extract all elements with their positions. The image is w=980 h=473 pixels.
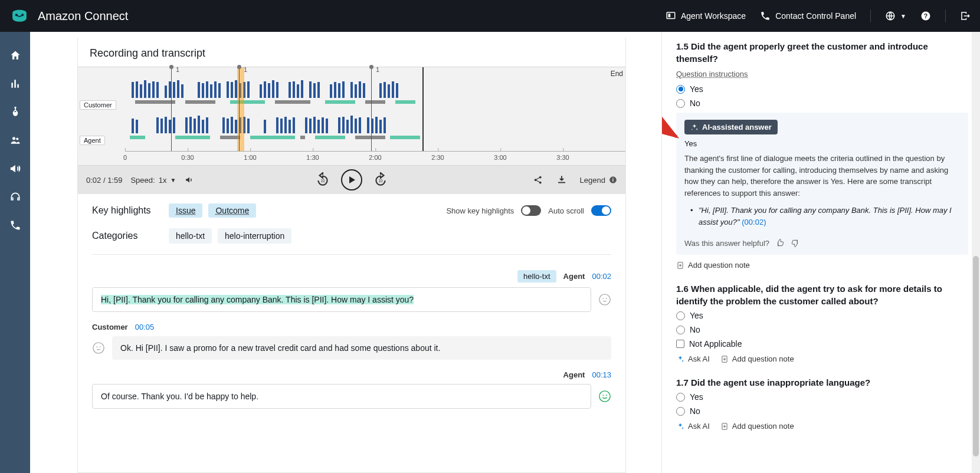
legend-button[interactable]: Legendi — [580, 176, 617, 185]
agent-track-label: Agent — [80, 136, 105, 145]
sentiment-neutral-icon — [92, 341, 105, 354]
logout-button[interactable] — [960, 11, 971, 21]
transcript-message[interactable]: Hi, [PII]. Thank you for calling any com… — [92, 287, 591, 312]
svg-point-18 — [602, 298, 604, 299]
play-button[interactable] — [341, 169, 362, 190]
thumbs-up-icon[interactable] — [775, 238, 785, 248]
users-icon[interactable] — [9, 134, 21, 146]
svg-point-20 — [93, 343, 104, 353]
transcript-message[interactable]: Ok. Hi [PII]. I saw a promo for a new tr… — [112, 336, 611, 360]
key-highlights-label: Key highlights — [92, 205, 169, 216]
issue-chip[interactable]: Issue — [169, 203, 202, 218]
ask-ai-button[interactable]: Ask AI — [676, 422, 710, 431]
skip-forward-button[interactable]: 10 — [373, 172, 388, 188]
speed-selector[interactable]: Speed: 1x ▼ — [130, 176, 176, 185]
svg-text:i: i — [612, 178, 614, 183]
checkbox-na[interactable] — [676, 340, 684, 348]
svg-point-8 — [12, 137, 15, 140]
recording-panel: Recording and transcript End 1 1 1 Custo… — [77, 38, 626, 473]
share-icon[interactable] — [533, 175, 543, 185]
radio-no[interactable] — [676, 99, 685, 108]
svg-point-23 — [599, 391, 610, 402]
sentiment-neutral-icon — [598, 293, 611, 306]
radio-yes[interactable] — [676, 393, 685, 402]
playback-time: 0:02 / 1:59 — [86, 176, 122, 185]
phone-nav-icon[interactable] — [9, 219, 21, 231]
svg-point-22 — [100, 346, 101, 347]
skip-back-button[interactable]: 10 — [315, 172, 330, 188]
radio-no[interactable] — [676, 326, 685, 334]
show-highlights-toggle[interactable] — [521, 205, 541, 216]
svg-point-9 — [16, 137, 18, 140]
agent-workspace-link[interactable]: Agent Workspace — [666, 11, 746, 21]
auto-scroll-toggle[interactable] — [591, 205, 611, 216]
note-icon — [720, 422, 729, 431]
svg-point-24 — [602, 395, 604, 396]
add-note-button[interactable]: Add question note — [720, 422, 794, 431]
svg-point-7 — [14, 107, 16, 109]
category-chip[interactable]: hello-txt — [169, 228, 212, 244]
timestamp-link[interactable]: 00:13 — [592, 370, 611, 379]
analytics-icon[interactable] — [9, 78, 21, 90]
sparkle-icon — [676, 355, 684, 363]
svg-text:?: ? — [924, 12, 927, 19]
question-1-7: 1.7 Did the agent use inappropriate lang… — [676, 376, 968, 431]
add-note-button[interactable]: Add question note — [676, 261, 750, 270]
ai-badge: AI-assisted answer — [684, 120, 778, 134]
radio-no[interactable] — [676, 407, 685, 416]
question-instructions-link[interactable]: Question instructions — [676, 70, 748, 78]
top-header: Amazon Connect Agent Workspace Contact C… — [0, 0, 980, 32]
timestamp-link[interactable]: 00:02 — [592, 272, 611, 281]
categories-label: Categories — [92, 231, 169, 241]
help-button[interactable]: ? — [920, 11, 931, 21]
transcript: hello-txt Agent 00:02 Hi, [PII]. Thank y… — [78, 270, 625, 431]
agent-waveform — [125, 111, 625, 139]
workspace-icon — [666, 11, 676, 21]
connect-logo-icon — [9, 8, 30, 24]
svg-point-13 — [539, 176, 541, 179]
ask-ai-button[interactable]: Ask AI — [676, 354, 710, 363]
ai-explanation: The agent's first line of dialogue meets… — [684, 153, 960, 199]
note-icon — [676, 261, 684, 270]
svg-point-14 — [539, 182, 541, 184]
question-1-5: 1.5 Did the agent properly greet the cus… — [676, 40, 968, 270]
question-title: 1.5 Did the agent properly greet the cus… — [676, 40, 968, 65]
question-title: 1.6 When applicable, did the agent try t… — [676, 283, 968, 307]
radio-yes[interactable] — [676, 85, 685, 94]
svg-point-17 — [599, 294, 610, 305]
thumbs-down-icon[interactable] — [791, 238, 800, 248]
question-title: 1.7 Did the agent use inappropriate lang… — [676, 376, 968, 389]
download-icon[interactable] — [556, 175, 567, 185]
timestamp-link[interactable]: (00:02) — [742, 218, 766, 226]
outcome-chip[interactable]: Outcome — [208, 203, 256, 218]
volume-icon[interactable] — [184, 175, 195, 185]
svg-rect-3 — [668, 14, 670, 17]
ai-answer-box: AI-assisted answer Yes The agent's first… — [676, 113, 968, 255]
campaigns-icon[interactable] — [9, 163, 21, 175]
sentiment-positive-icon — [598, 390, 611, 403]
logo[interactable]: Amazon Connect — [9, 8, 128, 24]
header-actions: Agent Workspace Contact Control Panel ▼ … — [666, 9, 971, 22]
category-chip[interactable]: helo-interruption — [218, 228, 291, 244]
scrollbar[interactable] — [972, 32, 980, 473]
transcript-message[interactable]: Of course. Thank you. I'd be happy to he… — [92, 384, 591, 409]
routing-icon[interactable] — [9, 106, 21, 118]
ai-quote: "Hi, [PII]. Thank you for calling any co… — [699, 205, 960, 228]
ccp-link[interactable]: Contact Control Panel — [760, 11, 856, 21]
waveform-area[interactable]: End 1 1 1 Customer — [78, 67, 625, 166]
headset-icon[interactable] — [9, 191, 21, 203]
svg-point-12 — [534, 179, 536, 181]
sparkle-icon — [690, 123, 699, 132]
svg-text:10: 10 — [320, 179, 325, 183]
radio-yes[interactable] — [676, 311, 685, 320]
globe-icon — [885, 11, 896, 21]
question-1-6: 1.6 When applicable, did the agent try t… — [676, 283, 968, 363]
language-menu[interactable]: ▼ — [885, 11, 906, 21]
svg-point-25 — [606, 395, 607, 396]
info-icon: i — [609, 176, 617, 184]
timestamp-link[interactable]: 00:05 — [135, 323, 155, 331]
add-note-button[interactable]: Add question note — [720, 354, 794, 363]
customer-waveform — [125, 75, 625, 104]
home-icon[interactable] — [9, 50, 21, 61]
recording-title: Recording and transcript — [78, 38, 625, 67]
